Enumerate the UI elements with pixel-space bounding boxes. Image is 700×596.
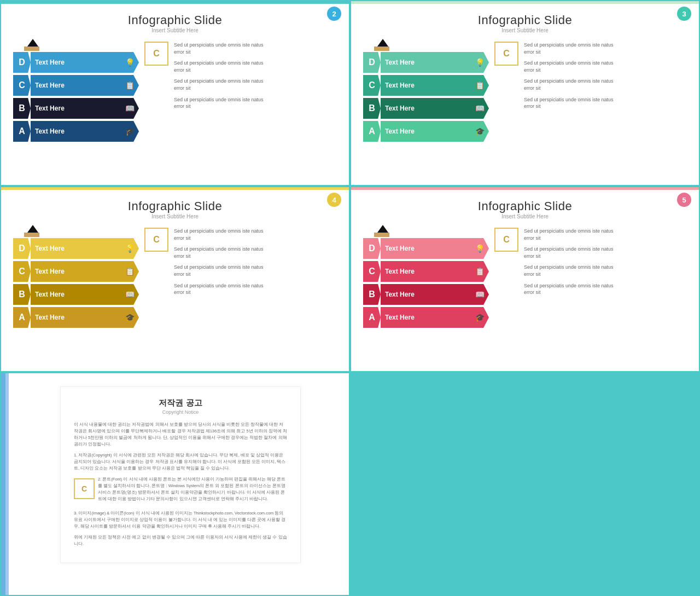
content-line-3h: error sit <box>174 289 337 296</box>
content-line-3b: error sit <box>174 235 337 242</box>
slide-subtitle-2: Insert Subtitle Here <box>363 27 687 33</box>
content-line-4a: Sed ut perspiciatis unde omnis iste natu… <box>524 228 687 235</box>
copyright-para-1: 1. 저작권(Copyright) 이 서식에 관련된 모든 저작권은 해당 회… <box>74 452 287 472</box>
block-letter-b-1: B <box>13 98 31 119</box>
block-letter-b-2: B <box>363 98 381 119</box>
content-block-2c: Sed ut perspiciatis unde omnis iste natu… <box>524 78 687 91</box>
content-line-4d: error sit <box>524 253 687 260</box>
grad-icon-3: 🎓 <box>125 313 135 322</box>
grad-icon-1: 🎓 <box>125 127 135 136</box>
slide-number-4: 5 <box>677 193 691 207</box>
block-main-b-4: Text Here 📖 <box>381 284 489 305</box>
blocks-container-4: D Text Here 💡 C Text Here 📋 B <box>363 225 489 330</box>
block-letter-c-2: C <box>363 75 381 96</box>
grad-icon-2: 🎓 <box>475 127 485 136</box>
content-block-4d: Sed ut perspiciatis unde omnis iste natu… <box>524 282 687 296</box>
slide-1: 2 Infographic Slide Insert Subtitle Here… <box>0 0 350 186</box>
content-line-3f: error sit <box>174 271 337 278</box>
bottom-right-panel <box>350 372 700 596</box>
block-row-a-2: A Text Here 🎓 <box>363 121 489 142</box>
block-main-b-1: Text Here 📖 <box>31 98 139 119</box>
bulb-icon-1: 💡 <box>125 58 135 67</box>
infographic-area-2: D Text Here 💡 C Text Here 📋 B <box>363 39 687 144</box>
block-main-a-4: Text Here 🎓 <box>381 307 489 328</box>
content-texts-1: Sed ut perspiciatis unde omnis iste natu… <box>174 42 337 114</box>
block-row-b-1: B Text Here 📖 <box>13 98 139 119</box>
infographic-area-1: D Text Here 💡 C Text Here 📋 B <box>13 39 337 144</box>
content-block-1c: Sed ut perspiciatis unde omnis iste natu… <box>174 78 337 91</box>
blue-sidebar-left <box>1 373 5 595</box>
infographic-area-3: D Text Here 💡 C Text Here 📋 B <box>13 225 337 330</box>
slide-subtitle-4: Insert Subtitle Here <box>363 213 687 219</box>
block-text-a-4: Text Here <box>385 314 415 321</box>
slide-3: 4 Infographic Slide Insert Subtitle Here… <box>0 186 350 372</box>
badge-c-4: C <box>494 228 518 252</box>
block-main-c-4: Text Here 📋 <box>381 261 489 282</box>
infographic-area-4: D Text Here 💡 C Text Here 📋 B <box>363 225 687 330</box>
clipboard-icon-4: 📋 <box>475 267 485 276</box>
content-block-4c: Sed ut perspiciatis unde omnis iste natu… <box>524 264 687 277</box>
block-row-a-4: A Text Here 🎓 <box>363 307 489 328</box>
copyright-para-3: 3. 이미지(Image) & 아이콘(Icon) 이 서식 내에 사용된 이미… <box>74 510 287 530</box>
content-line-2c: Sed ut perspiciatis unde omnis iste natu… <box>524 60 687 67</box>
content-line-2d: error sit <box>524 67 687 74</box>
content-line-1f: error sit <box>174 85 337 92</box>
content-right-1: C Sed ut perspiciatis unde omnis iste na… <box>144 39 337 114</box>
content-block-3d: Sed ut perspiciatis unde omnis iste natu… <box>174 282 337 296</box>
content-block-2b: Sed ut perspiciatis unde omnis iste natu… <box>524 60 687 73</box>
content-line-3e: Sed ut perspiciatis unde omnis iste natu… <box>174 264 337 271</box>
block-text-b-2: Text Here <box>385 105 415 112</box>
block-row-d-1: D Text Here 💡 <box>13 52 139 73</box>
slide-subtitle-1: Insert Subtitle Here <box>13 27 337 33</box>
content-block-4a: Sed ut perspiciatis unde omnis iste natu… <box>524 228 687 241</box>
slide-2: 3 Infographic Slide Insert Subtitle Here… <box>350 0 700 186</box>
block-row-b-3: B Text Here 📖 <box>13 284 139 305</box>
block-text-d-3: Text Here <box>35 245 65 252</box>
block-text-d-1: Text Here <box>35 59 65 66</box>
block-text-a-2: Text Here <box>385 128 415 135</box>
bulb-icon-3: 💡 <box>125 244 135 253</box>
block-row-c-4: C Text Here 📋 <box>363 261 489 282</box>
block-letter-d-2: D <box>363 52 381 73</box>
block-text-c-3: Text Here <box>35 268 65 275</box>
block-row-b-4: B Text Here 📖 <box>363 284 489 305</box>
clipboard-icon-1: 📋 <box>125 81 135 90</box>
badge-c-1: C <box>144 42 168 66</box>
content-line-3d: error sit <box>174 253 337 260</box>
block-letter-a-3: A <box>13 307 31 328</box>
content-line-1h: error sit <box>174 103 337 110</box>
content-line-2h: error sit <box>524 103 687 110</box>
content-line-1c: Sed ut perspiciatis unde omnis iste natu… <box>174 60 337 67</box>
block-letter-d-3: D <box>13 238 31 259</box>
copyright-content-wrapper: 저작권 공고 Copyright Notice 이 서식 내용물에 대한 권리는… <box>28 386 332 563</box>
block-letter-a-2: A <box>363 121 381 142</box>
block-text-c-2: Text Here <box>385 82 415 89</box>
block-letter-c-3: C <box>13 261 31 282</box>
content-line-4c: Sed ut perspiciatis unde omnis iste natu… <box>524 246 687 253</box>
block-main-c-2: Text Here 📋 <box>381 75 489 96</box>
badge-c-3: C <box>144 228 168 252</box>
slide-number-3: 4 <box>327 193 341 207</box>
content-line-1g: Sed ut perspiciatis unde omnis iste natu… <box>174 96 337 103</box>
book-icon-4: 📖 <box>475 290 485 299</box>
block-main-c-1: Text Here 📋 <box>31 75 139 96</box>
block-text-a-3: Text Here <box>35 314 65 321</box>
block-text-a-1: Text Here <box>35 128 65 135</box>
block-row-a-3: A Text Here 🎓 <box>13 307 139 328</box>
block-main-d-1: Text Here 💡 <box>31 52 139 73</box>
content-line-2f: error sit <box>524 85 687 92</box>
content-line-1b: error sit <box>174 49 337 56</box>
block-main-d-4: Text Here 💡 <box>381 238 489 259</box>
book-icon-1: 📖 <box>125 104 135 113</box>
content-block-3b: Sed ut perspiciatis unde omnis iste natu… <box>174 246 337 259</box>
block-text-b-3: Text Here <box>35 291 65 298</box>
copyright-badge: C <box>74 478 95 499</box>
slide-number-2: 3 <box>677 7 691 21</box>
badge-c-2: C <box>494 42 518 66</box>
slide-subtitle-3: Insert Subtitle Here <box>13 213 337 219</box>
content-line-4b: error sit <box>524 235 687 242</box>
block-row-d-3: D Text Here 💡 <box>13 238 139 259</box>
copyright-para-2-wrapper: C 2. 폰트(Font) 이 서식 내에 사용된 폰트는 본 서식에만 사용이… <box>74 476 287 507</box>
content-line-1d: error sit <box>174 67 337 74</box>
copyright-inner: 저작권 공고 Copyright Notice 이 서식 내용물에 대한 권리는… <box>60 386 301 563</box>
